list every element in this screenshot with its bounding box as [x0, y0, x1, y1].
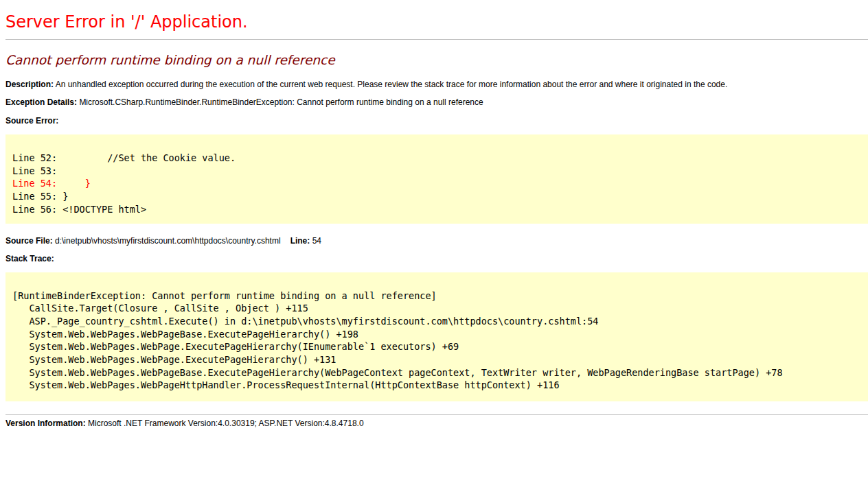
stack-line: ASP._Page_country_cshtml.Execute() in d:… — [12, 315, 867, 328]
source-error-label: Source Error: — [5, 116, 58, 126]
page-title: Server Error in '/' Application. — [5, 12, 868, 32]
line-number: 54 — [312, 236, 321, 246]
asp-net-error-page: Server Error in '/' Application. Cannot … — [5, 12, 868, 428]
version-info-row: Version Information: Microsoft .NET Fram… — [5, 419, 868, 428]
description-row: Description: An unhandled exception occu… — [5, 80, 868, 89]
code-line: Line 55: } — [12, 190, 867, 203]
exception-details-text: Microsoft.CSharp.RuntimeBinder.RuntimeBi… — [79, 97, 483, 107]
source-error-label-row: Source Error: — [5, 116, 868, 126]
code-line: Line 52: //Set the Cookie value. — [12, 152, 867, 165]
exception-details-label: Exception Details: — [5, 97, 77, 107]
code-line: Line 56: <!DOCTYPE html> — [12, 203, 867, 216]
source-file-row: Source File: d:\inetpub\vhosts\myfirstdi… — [5, 236, 868, 246]
footer-divider — [5, 414, 868, 415]
stack-line: [RuntimeBinderException: Cannot perform … — [12, 290, 867, 303]
source-code: Line 52: //Set the Cookie value.Line 53:… — [5, 134, 868, 224]
exception-details-row: Exception Details: Microsoft.CSharp.Runt… — [5, 97, 868, 107]
source-error-code-block: Line 52: //Set the Cookie value.Line 53:… — [5, 134, 868, 224]
source-file-label: Source File: — [5, 236, 53, 246]
code-line-highlighted: Line 54: } — [12, 177, 867, 190]
stack-line: System.Web.WebPages.WebPageBase.ExecuteP… — [12, 328, 867, 341]
code-line: Line 53: — [12, 165, 867, 178]
error-subtitle: Cannot perform runtime binding on a null… — [5, 53, 868, 68]
version-info-label: Version Information: — [5, 419, 86, 428]
stack-line: System.Web.WebPages.WebPage.ExecutePageH… — [12, 353, 867, 366]
source-file-path: d:\inetpub\vhosts\myfirstdiscount.com\ht… — [55, 236, 281, 246]
stack-trace-block: [RuntimeBinderException: Cannot perform … — [5, 272, 868, 402]
stack-line: System.Web.WebPages.WebPageBase.ExecuteP… — [12, 366, 867, 379]
version-info-text: Microsoft .NET Framework Version:4.0.303… — [88, 419, 364, 428]
title-divider — [5, 39, 868, 40]
stack-line: System.Web.WebPages.WebPageHttpHandler.P… — [12, 379, 867, 392]
stack-trace-label-row: Stack Trace: — [5, 254, 868, 263]
stack-line: CallSite.Target(Closure , CallSite , Obj… — [12, 302, 867, 315]
line-label: Line: — [290, 236, 310, 246]
description-text: An unhandled exception occurred during t… — [56, 80, 728, 89]
stack-line: System.Web.WebPages.WebPage.ExecutePageH… — [12, 340, 867, 353]
stack-trace-code: [RuntimeBinderException: Cannot perform … — [5, 272, 868, 402]
stack-trace-label: Stack Trace: — [5, 254, 54, 263]
description-label: Description: — [5, 80, 54, 89]
